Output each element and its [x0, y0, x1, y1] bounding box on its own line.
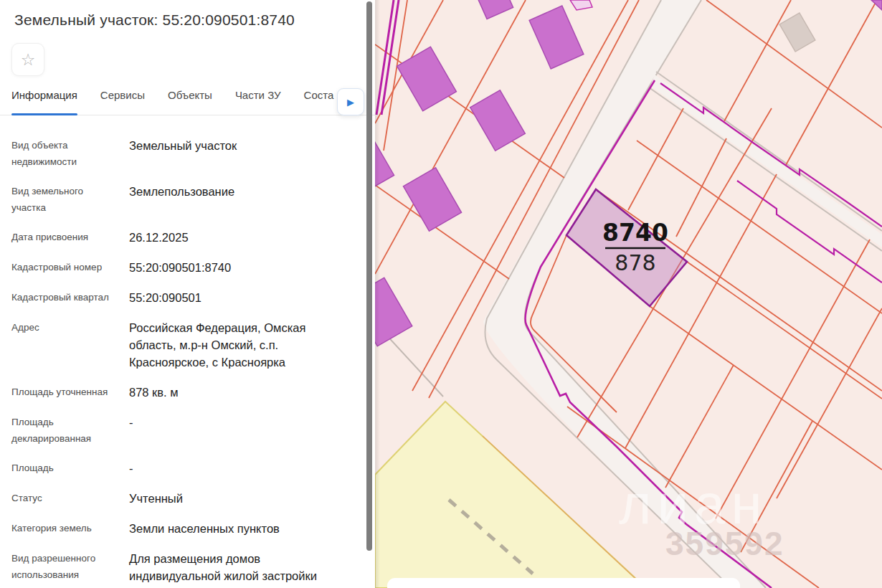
tab-services[interactable]: Сервисы — [100, 89, 145, 115]
tab-composition-truncated[interactable]: Соста — [304, 89, 334, 115]
map-bottom-bar[interactable] — [387, 578, 740, 588]
attribute-row: Площадь декларированная- — [11, 414, 351, 447]
cadastral-map-canvas[interactable]: 8740 878 лиан 359592 — [375, 0, 882, 588]
tab-bar: Информация Сервисы Объекты Части ЗУ Сост… — [0, 89, 375, 115]
favorite-button[interactable]: ☆ — [11, 43, 44, 76]
chevron-right-icon: ▶ — [347, 98, 354, 107]
attribute-row: Кадастровый номер55:20:090501:8740 — [11, 259, 351, 276]
attribute-row: Площадь- — [11, 460, 351, 477]
attribute-row: Кадастровый квартал55:20:090501 — [11, 289, 351, 306]
attribute-row: Вид объекта недвижимостиЗемельный участо… — [11, 137, 351, 170]
parcel-area-label: 878 — [615, 250, 655, 275]
tabs-scroll-next-button[interactable]: ▶ — [337, 88, 364, 115]
info-panel: Земельный участок: 55:20:090501:8740 ☆ И… — [0, 0, 375, 588]
attribute-row: АдресРоссийская Федерация, Омская област… — [11, 319, 351, 371]
panel-scrollbar[interactable] — [366, 1, 372, 551]
parcel-number-label: 8740 — [602, 219, 668, 247]
attribute-row: СтатусУчтенный — [11, 490, 351, 507]
watermark-code: 359592 — [665, 525, 784, 562]
attribute-row: Вид разрешенного использованияДля размещ… — [11, 550, 351, 584]
tab-parcel-parts[interactable]: Части ЗУ — [235, 89, 281, 115]
attributes-list: Вид объекта недвижимостиЗемельный участо… — [0, 115, 362, 588]
attribute-row: Вид земельного участкаЗемлепользование — [11, 183, 351, 216]
page-title: Земельный участок: 55:20:090501:8740 — [0, 0, 375, 29]
star-icon: ☆ — [21, 50, 36, 70]
cadastral-map[interactable]: 8740 878 лиан 359592 — [375, 0, 882, 588]
tab-information[interactable]: Информация — [11, 89, 77, 115]
tab-objects[interactable]: Объекты — [168, 89, 212, 115]
attribute-row: Площадь уточненная878 кв. м — [11, 384, 351, 401]
attribute-row: Дата присвоения26.12.2025 — [11, 229, 351, 246]
attribute-row: Категория земельЗемли населенных пунктов — [11, 520, 351, 537]
panel-edge-shadow — [375, 0, 380, 588]
